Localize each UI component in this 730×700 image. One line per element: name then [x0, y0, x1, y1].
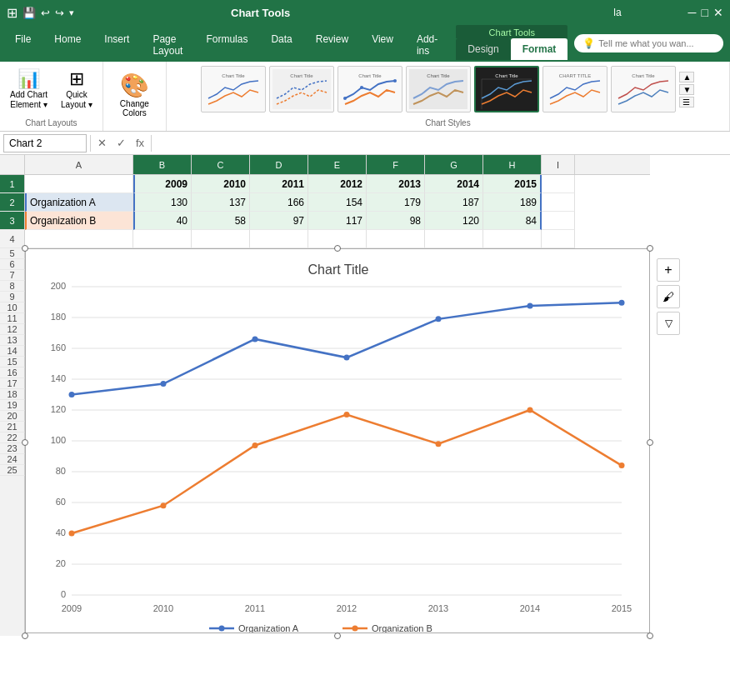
corner-cell [0, 155, 25, 174]
cell-C1[interactable]: 2010 [192, 175, 250, 193]
chart-style-1[interactable]: Chart Title [201, 66, 266, 112]
col-header-H[interactable]: H [483, 155, 542, 174]
handle-bc[interactable] [334, 632, 341, 639]
tab-insert[interactable]: Insert [92, 28, 141, 62]
col-header-I[interactable]: I [542, 155, 575, 174]
cell-A3[interactable]: Organization B [25, 212, 133, 230]
add-element-btn[interactable]: + [657, 258, 680, 282]
chart-style-5[interactable]: Chart Title [474, 66, 539, 112]
handle-mr[interactable] [647, 439, 653, 446]
row-num-21: 21 [0, 422, 25, 432]
cell-F1[interactable]: 2013 [367, 175, 425, 193]
cell-H4[interactable] [483, 230, 542, 248]
tell-me-input[interactable] [598, 38, 715, 48]
cell-D3[interactable]: 97 [250, 212, 308, 230]
confirm-button[interactable]: ✓ [113, 137, 129, 149]
col-header-C[interactable]: C [192, 155, 250, 174]
tab-review[interactable]: Review [304, 28, 360, 62]
cell-B4[interactable] [133, 230, 192, 248]
cell-B2[interactable]: 130 [133, 193, 192, 212]
cell-A2[interactable]: Organization A [25, 193, 133, 212]
cell-H3[interactable]: 84 [483, 212, 542, 230]
ribbon-tabs-row: File Home Insert Page Layout Formulas Da… [0, 25, 730, 62]
col-header-E[interactable]: E [308, 155, 367, 174]
cell-C2[interactable]: 137 [192, 193, 250, 212]
formula-input[interactable] [155, 136, 727, 151]
chart-style-3[interactable]: Chart Title [338, 66, 402, 112]
add-chart-element-button[interactable]: 📊 Add ChartElement ▾ [5, 65, 52, 113]
cell-I1[interactable] [542, 175, 575, 193]
cell-I4[interactable] [542, 230, 575, 248]
cell-A1[interactable] [25, 175, 133, 193]
minimize-btn[interactable]: ─ [688, 6, 697, 19]
handle-tl[interactable] [22, 245, 28, 252]
fx-button[interactable]: fx [132, 137, 148, 149]
maximize-btn[interactable]: □ [702, 6, 708, 19]
cell-D2[interactable]: 166 [250, 193, 308, 212]
tell-me-container[interactable]: 💡 [574, 34, 723, 52]
chart-style-4[interactable]: Chart Title [406, 66, 471, 112]
cell-I2[interactable] [542, 193, 575, 212]
cell-G2[interactable]: 187 [425, 193, 483, 212]
handle-br[interactable] [647, 632, 653, 639]
style-scroll-down[interactable]: ▼ [679, 84, 694, 95]
tab-design[interactable]: Design [456, 38, 510, 60]
cell-H2[interactable]: 189 [483, 193, 542, 212]
cell-F3[interactable]: 98 [367, 212, 425, 230]
cell-E1[interactable]: 2012 [308, 175, 367, 193]
filter-btn[interactable]: ▽ [657, 312, 680, 335]
tab-formulas[interactable]: Formulas [194, 28, 259, 62]
name-box[interactable] [3, 134, 87, 152]
style-scroll-up[interactable]: ▲ [679, 72, 694, 82]
cell-C4[interactable] [192, 230, 250, 248]
style-more[interactable]: ☰ [679, 97, 694, 108]
chart-styles-group: Chart Title Chart Title Chart Title [167, 62, 730, 131]
cell-A4[interactable] [25, 230, 133, 248]
handle-tr[interactable] [647, 245, 653, 252]
cell-B3[interactable]: 40 [133, 212, 192, 230]
cell-G4[interactable] [425, 230, 483, 248]
quick-layout-button[interactable]: ⊞ QuickLayout ▾ [56, 65, 98, 113]
cell-G1[interactable]: 2014 [425, 175, 483, 193]
cell-E3[interactable]: 117 [308, 212, 367, 230]
cancel-button[interactable]: ✕ [94, 137, 110, 149]
handle-bl[interactable] [22, 632, 28, 639]
org-b-point-6 [528, 408, 533, 413]
chart-title-text[interactable]: Chart Title [308, 262, 369, 277]
tab-data[interactable]: Data [259, 28, 303, 62]
chart-style-7[interactable]: Chart Title [611, 66, 676, 112]
cell-D4[interactable] [250, 230, 308, 248]
svg-text:120: 120 [51, 404, 66, 414]
change-colors-button[interactable]: 🎨 ChangeColors [115, 68, 154, 121]
cell-D1[interactable]: 2011 [250, 175, 308, 193]
col-header-D[interactable]: D [250, 155, 308, 174]
handle-tc[interactable] [334, 245, 341, 252]
tab-format[interactable]: Format [511, 38, 568, 60]
close-btn[interactable]: ✕ [713, 6, 723, 19]
cell-H1[interactable]: 2015 [483, 175, 542, 193]
formula-bar-divider2 [151, 135, 152, 152]
chart-style-2[interactable]: Chart Title [269, 66, 334, 112]
cell-E2[interactable]: 154 [308, 193, 367, 212]
cell-F2[interactable]: 179 [367, 193, 425, 212]
cell-C3[interactable]: 58 [192, 212, 250, 230]
chart-layouts-label: Chart Layouts [20, 117, 82, 129]
style-btn[interactable]: 🖌 [657, 285, 680, 308]
chart-style-6[interactable]: CHART TITLE [542, 66, 608, 112]
tab-file[interactable]: File [3, 28, 42, 62]
cell-B1[interactable]: 2009 [133, 175, 192, 193]
cell-G3[interactable]: 120 [425, 212, 483, 230]
col-header-G[interactable]: G [425, 155, 483, 174]
cell-F4[interactable] [367, 230, 425, 248]
tab-view[interactable]: View [360, 28, 405, 62]
row-num-6: 6 [0, 259, 25, 270]
col-header-B[interactable]: B [133, 155, 192, 174]
col-header-A[interactable]: A [25, 155, 133, 174]
tab-page-layout[interactable]: Page Layout [141, 28, 194, 62]
col-header-F[interactable]: F [367, 155, 425, 174]
tab-home[interactable]: Home [42, 28, 92, 62]
tab-add-ins[interactable]: Add-ins [405, 28, 449, 62]
handle-ml[interactable] [22, 439, 28, 446]
cell-I3[interactable] [542, 212, 575, 230]
org-b-point-4 [344, 412, 350, 418]
